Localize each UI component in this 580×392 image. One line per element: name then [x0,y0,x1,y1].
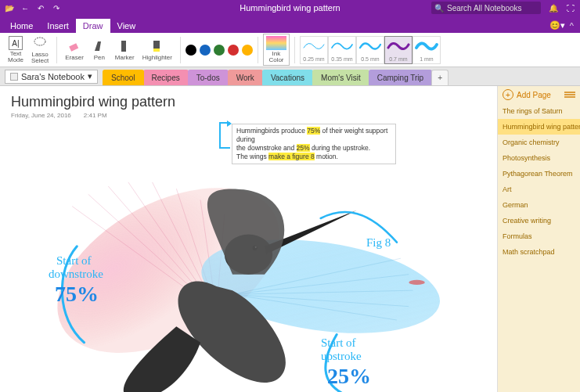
tool-highlighter[interactable]: Highlighter [139,38,175,61]
color-swatch[interactable] [242,45,253,56]
page-list-item[interactable]: Hummingbird wing pattern [498,119,580,135]
thickness-option[interactable]: 0.35 mm [328,36,356,64]
color-swatch[interactable] [214,45,225,56]
add-section-button[interactable]: + [431,70,449,85]
add-page-label: Add Page [517,91,551,99]
notebook-name: Sara's Notebook [21,72,85,81]
thickness-options: 0.25 mm0.35 mm0.5 mm0.7 mm1 mm [300,36,441,64]
svg-rect-5 [153,49,160,52]
open-icon[interactable]: 📂 [5,3,14,13]
color-swatch[interactable] [186,45,196,56]
ink-up-label: Start of [321,336,356,350]
svg-marker-2 [95,41,101,51]
chevron-down-icon: ▾ [88,71,92,81]
svg-rect-1 [69,43,78,52]
section-tab[interactable]: Work [228,70,263,85]
text-mode-icon: A| [9,36,23,50]
tab-view[interactable]: View [110,19,143,33]
ink-down-label2: downstroke [49,268,103,281]
tab-draw[interactable]: Draw [76,19,110,33]
section-tab[interactable]: Recipes [143,70,189,85]
share-icon[interactable]: 😊▾ [549,20,565,31]
search-box[interactable]: 🔍 Search All Notebooks [431,2,541,14]
ink-color-icon [266,36,286,50]
tool-marker[interactable]: Marker [112,38,138,61]
ink-down-pct: 75% [55,282,99,307]
svg-point-0 [34,38,45,45]
svg-rect-3 [121,41,126,52]
ink-up-pct: 25% [327,364,371,389]
page-list-item[interactable]: Art [498,182,580,197]
notebook-row: Sara's Notebook ▾ SchoolRecipesTo-dosWor… [0,67,580,86]
menu-tab-row: Home Insert Draw View 😊▾ ^ [0,16,580,33]
thickness-option[interactable]: 0.25 mm [300,36,328,64]
tool-lasso[interactable]: Lasso Select [28,35,52,64]
list-view-icon[interactable] [564,92,575,98]
color-swatch[interactable] [228,45,239,56]
ink-up-label2: upstroke [321,350,362,363]
page-list-item[interactable]: German [498,197,580,213]
svg-point-24 [409,280,424,285]
thickness-option[interactable]: 0.7 mm [384,36,412,64]
notebook-selector[interactable]: Sara's Notebook ▾ [5,70,98,84]
svg-rect-4 [153,41,160,49]
ink-fig8: Fig 8 [366,236,391,250]
redo-icon[interactable]: ↷ [52,3,61,13]
back-icon[interactable]: ← [20,3,30,13]
fullscreen-icon[interactable]: ⛶ [566,3,575,13]
separator [56,37,57,63]
page-list-item[interactable]: Organic chemistry [498,135,580,150]
color-swatch[interactable] [200,45,211,56]
search-placeholder: Search All Notebooks [447,4,522,13]
page-list-item[interactable]: Math scratchpad [498,244,580,260]
window-title: Hummingbird wing pattern [240,3,340,13]
separator [180,37,181,63]
pen-icon [92,38,107,54]
page-list-item[interactable]: Pythagorean Theorem [498,166,580,182]
page-list-item[interactable]: Formulas [498,228,580,244]
search-icon: 🔍 [434,4,444,13]
pages-list: The rings of SaturnHummingbird wing patt… [498,103,580,260]
section-tab[interactable]: Vacations [262,70,313,85]
eraser-icon [67,38,82,54]
thickness-option[interactable]: 0.5 mm [356,36,384,64]
section-tab[interactable]: Mom's Visit [312,70,369,85]
ink-down-label: Start of [56,254,92,268]
tab-home[interactable]: Home [3,19,40,33]
tool-eraser[interactable]: Eraser [62,38,87,61]
tool-ink-color[interactable]: Ink Color [263,34,290,66]
plus-icon: + [503,89,513,100]
separator [294,37,295,63]
tool-text-mode[interactable]: A| Text Mode [5,36,27,63]
tool-pen[interactable]: Pen [88,38,110,61]
section-tab[interactable]: School [103,70,144,85]
add-page-row[interactable]: + Add Page [498,86,580,103]
undo-icon[interactable]: ↶ [36,3,45,13]
page-list-item[interactable]: The rings of Saturn [498,103,580,119]
color-swatches [186,45,253,56]
tab-insert[interactable]: Insert [40,19,76,33]
main-area: Hummingbird wing pattern Friday, June 24… [0,86,580,392]
ribbon-draw: A| Text Mode Lasso Select Eraser Pen Mar… [0,33,580,67]
page-list-panel: + Add Page The rings of SaturnHummingbir… [497,86,580,392]
page-list-item[interactable]: Creative writing [498,213,580,228]
notebook-icon [10,73,18,81]
lasso-icon [32,35,48,51]
marker-icon [117,38,132,54]
thickness-option[interactable]: 1 mm [412,36,441,64]
highlighter-icon [150,38,165,54]
help-icon[interactable]: ^ [570,21,574,31]
separator [258,37,258,63]
notifications-icon[interactable]: 🔔 [549,3,558,13]
section-tab[interactable]: To-dos [188,70,229,85]
title-bar: 📂 ← ↶ ↷ Hummingbird wing pattern 🔍 Searc… [0,0,580,16]
hummingbird-drawing [0,86,497,392]
page-canvas[interactable]: Hummingbird wing pattern Friday, June 24… [0,86,497,392]
section-tabs: SchoolRecipesTo-dosWorkVacationsMom's Vi… [103,67,448,85]
page-list-item[interactable]: Photosynthesis [498,150,580,166]
section-tab[interactable]: Camping Trip [369,70,432,85]
